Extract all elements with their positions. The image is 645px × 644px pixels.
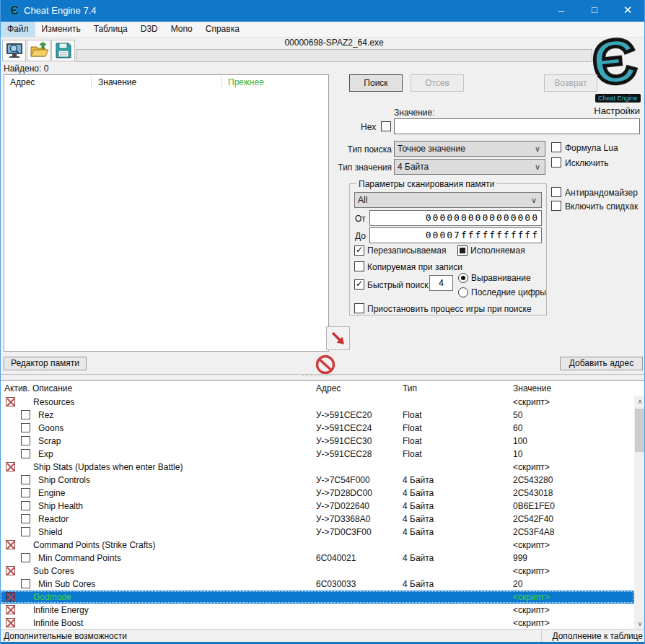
menu-mono[interactable]: Mono [164,22,199,37]
row-active-checkbox[interactable] [21,527,30,536]
value-input[interactable] [394,118,640,134]
row-description: Godmode [33,592,71,602]
row-active-checkbox[interactable] [6,566,15,575]
open-table-button[interactable] [27,40,51,61]
row-type: Float [403,449,422,459]
row-active-checkbox[interactable] [21,553,30,562]
next-scan-button[interactable]: Отсев [411,74,464,92]
found-col-value[interactable]: Значение [98,77,136,87]
exclude-checkbox[interactable] [551,157,561,167]
column-separator[interactable] [91,76,92,89]
row-active-checkbox[interactable] [6,462,15,471]
table-extras-label[interactable]: Дополнение к таблице [552,631,643,641]
row-active-checkbox[interactable] [21,579,30,588]
table-row[interactable]: Ship ControlsУ->7C54F0004 Байта2C543280 [1,474,634,487]
col-value[interactable]: Значение [513,383,551,393]
table-row[interactable]: ScrapУ->591CEC30Float100 [1,435,634,448]
writable-checkbox[interactable] [354,245,364,256]
menu-table[interactable]: Таблица [87,22,134,37]
undo-scan-button[interactable]: Возврат [544,74,597,92]
close-button[interactable]: ✕ [611,0,644,22]
table-row[interactable]: Ship Stats (Updates when enter Battle)<с… [1,461,634,474]
save-table-button[interactable] [51,40,75,61]
executable-checkbox[interactable] [457,245,468,256]
scan-stop-input[interactable]: 00007fffffffffff [369,227,542,243]
row-active-checkbox[interactable] [6,592,15,601]
row-active-checkbox[interactable] [21,488,30,497]
scan-start-input[interactable]: 0000000000000000 [369,210,542,226]
menu-file[interactable]: Файл [1,22,35,37]
col-active[interactable]: Актив. [4,383,30,393]
row-type: 4 Байта [403,514,434,524]
table-row[interactable]: Infinite Boost<скрипт> [1,617,634,630]
menu-d3d[interactable]: D3D [134,22,164,37]
maximize-button[interactable]: □ [578,0,611,22]
row-active-checkbox[interactable] [21,436,30,445]
found-col-previous[interactable]: Прежнее [228,77,264,87]
first-scan-button[interactable]: Поиск [349,74,403,92]
scroll-down-button[interactable]: ∨ [634,618,645,630]
row-active-checkbox[interactable] [21,410,30,419]
memory-region-select[interactable]: All ∨ [354,192,542,208]
minimize-button[interactable]: – [545,0,578,22]
row-active-checkbox[interactable] [21,501,30,510]
menu-help[interactable]: Справка [199,22,246,37]
found-list[interactable]: Адрес Значение Прежнее [4,74,329,352]
last-digits-radio[interactable] [458,287,468,297]
col-address[interactable]: Адрес [316,383,341,393]
vertical-scrollbar[interactable]: ∧ ∨ [634,396,645,630]
splitter[interactable]: ········ [1,374,645,380]
speedhack-checkbox[interactable] [551,201,561,211]
alignment-radio[interactable] [458,273,468,283]
row-active-checkbox[interactable] [6,540,15,549]
table-row[interactable]: Command Points (Strike Crafts)<скрипт> [1,539,634,552]
row-active-checkbox[interactable] [6,618,15,627]
copy-on-write-checkbox[interactable] [354,261,364,271]
row-active-checkbox[interactable] [6,605,15,614]
add-address-button[interactable]: Добавить адрес [560,357,643,370]
column-separator[interactable] [221,76,221,89]
row-active-checkbox[interactable] [6,397,15,406]
hex-checkbox[interactable] [381,121,391,131]
row-active-checkbox[interactable] [21,449,30,458]
advanced-options-label[interactable]: Дополнительные возможности [4,631,127,641]
menu-edit[interactable]: Изменить [35,22,87,37]
scan-type-select[interactable]: Точное значение ∨ [394,141,545,157]
table-row[interactable]: RezУ->591CEC20Float50 [1,409,634,422]
table-row[interactable]: Min Sub Cores6C0300334 Байта20 [1,578,634,591]
table-row[interactable]: ShieldУ->7D0C3F004 Байта2C53F4A8 [1,526,634,539]
row-description: Reactor [38,514,69,524]
value-type-select[interactable]: 4 Байта ∨ [394,159,545,175]
pause-process-checkbox[interactable] [354,303,364,313]
table-row[interactable]: EngineУ->7D28DC004 Байта2C543018 [1,487,634,500]
lua-formula-checkbox[interactable] [551,142,561,152]
fast-scan-alignment-input[interactable]: 4 [429,275,453,291]
memory-view-button[interactable]: Редактор памяти [4,357,87,370]
scroll-thumb[interactable] [635,409,645,452]
table-row[interactable]: Infinite Energy<скрипт> [1,604,634,617]
row-active-checkbox[interactable] [21,475,30,484]
table-row[interactable]: ReactorУ->7D3368A04 Байта2C542F40 [1,513,634,526]
table-row[interactable]: Ship HealthУ->7D0226404 Байта0B6E1FE0 [1,500,634,513]
row-active-checkbox[interactable] [21,514,30,523]
table-row[interactable]: Min Command Points6C0400214 Байта999 [1,552,634,565]
row-active-checkbox[interactable] [21,423,30,432]
table-row[interactable]: Godmode<скрипт> [1,591,634,604]
table-row[interactable]: Sub Cores<скрипт> [1,565,634,578]
unrandomizer-checkbox[interactable] [551,187,561,197]
table-row[interactable]: ExpУ->591CEC28Float10 [1,448,634,461]
row-type: 4 Байта [403,475,434,485]
col-description[interactable]: Описание [32,383,72,393]
found-col-address[interactable]: Адрес [10,77,35,87]
menubar: Файл Изменить Таблица D3D Mono Справка [1,22,644,38]
select-process-button[interactable] [2,40,26,61]
splitter-handle[interactable]: ········ [302,372,333,380]
row-address: У->591CEC30 [316,436,372,446]
settings-link[interactable]: Настройки [549,105,640,116]
fast-scan-checkbox[interactable] [354,279,364,290]
table-row[interactable]: GoonsУ->591CEC24Float60 [1,422,634,435]
table-row[interactable]: Resources<скрипт> [1,396,634,409]
scroll-up-button[interactable]: ∧ [634,396,645,407]
col-type[interactable]: Тип [403,383,417,393]
add-selected-addresses-button[interactable] [326,326,350,350]
